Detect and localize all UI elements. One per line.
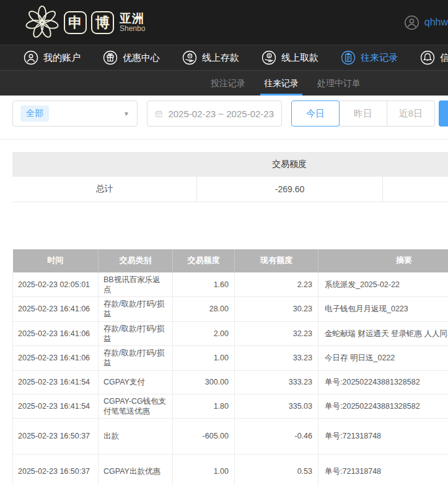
summary-table: 交易额度 总计 -269.60 (12, 152, 448, 202)
table-cell: 1.00 (173, 455, 235, 485)
table-cell: 2.00 (173, 321, 235, 346)
transactions-table: 时间 交易类别 交易额度 现有额度 摘要 2025-02-23 02:05:01… (12, 249, 448, 485)
yesterday-button[interactable]: 昨日 (339, 100, 387, 127)
summary-header-row: 交易额度 (12, 152, 448, 177)
table-cell: 32.23 (235, 321, 318, 346)
table-cell: 2025-02-23 16:41:06 (13, 321, 99, 346)
col-time: 时间 (13, 249, 99, 272)
table-cell: 1.00 (173, 346, 235, 371)
brand-logo[interactable]: 申 博 亚洲 Shenbo (25, 5, 145, 40)
bell-circle-icon (420, 50, 435, 65)
table-row: 2025-02-23 16:41:54CGPAY-CG钱包支付笔笔送优惠1.80… (13, 394, 448, 419)
withdraw-hand-icon: $ (261, 50, 276, 65)
table-cell: CGPAY支付 (99, 370, 173, 394)
date-range-value: 2025-02-23 ~ 2025-02-23 (168, 109, 274, 119)
table-cell: 电子钱包月月返现_0223 (318, 297, 448, 322)
nav-item-withdraw[interactable]: $ 线上取款 (261, 50, 318, 65)
table-cell: CGPAY-CG钱包支付笔笔送优惠 (99, 394, 173, 419)
table-cell: 2025-02-23 16:41:06 (13, 297, 99, 322)
table-cell: 金蛇献瑞 财运通天 登录钜惠 人人同享 (318, 321, 448, 346)
table-cell: 2025-02-23 16:50:37 (13, 419, 99, 455)
section-divider (0, 139, 448, 140)
filter-bar: 全部 ▼ 2025-02-23 ~ 2025-02-23 今日 昨日 近8日 (12, 100, 448, 127)
table-cell: -605.00 (173, 419, 235, 455)
nav-label: 线上取款 (281, 52, 318, 64)
table-cell: 2025-02-23 16:50:37 (13, 455, 99, 485)
table-cell: 系统派发_2025-02-22 (318, 272, 448, 297)
type-dropdown-selected: 全部 (20, 105, 49, 122)
summary-total-value: -269.60 (196, 177, 382, 202)
table-header-row: 时间 交易类别 交易额度 现有额度 摘要 (13, 249, 448, 272)
username: qhhw (424, 17, 448, 28)
nav-item-deposit[interactable]: 线上存款 (182, 50, 239, 65)
table-row: 2025-02-23 16:50:37出款-605.00-0.46单号:7213… (13, 419, 448, 455)
nav-label: 优惠中心 (123, 52, 160, 64)
table-cell: 单号:202502243881328582 (318, 370, 448, 394)
gift-circle-icon (103, 50, 118, 65)
col-balance: 现有额度 (235, 249, 318, 272)
type-dropdown[interactable]: 全部 ▼ (12, 100, 138, 127)
chevron-down-icon: ▼ (123, 110, 130, 117)
table-cell: 2025-02-23 16:41:54 (13, 394, 99, 419)
table-cell: 存款/取款/打码/损益 (99, 346, 173, 371)
table-row: 2025-02-23 16:41:06存款/取款/打码/损益28.0030.23… (13, 297, 448, 322)
calendar-icon (155, 109, 162, 119)
tab-pending-orders[interactable]: 处理中订单 (317, 71, 361, 96)
summary-amount-header: 交易额度 (196, 152, 382, 177)
table-cell: -0.46 (235, 419, 318, 455)
nav-item-records[interactable]: 往来记录 (341, 50, 398, 65)
last-8-days-button[interactable]: 近8日 (387, 100, 435, 127)
table-cell: 单号:721318748 (318, 455, 448, 485)
nav-label: 往来记录 (361, 52, 398, 64)
table-cell: 2025-02-23 02:05:01 (13, 272, 99, 297)
top-header: 申 博 亚洲 Shenbo qhhw (0, 0, 448, 45)
table-cell: 单号:721318748 (318, 419, 448, 455)
tab-transaction-records[interactable]: 往来记录 (264, 71, 299, 96)
logo-brand-text: Shenbo (120, 25, 145, 33)
date-range-input[interactable]: 2025-02-23 ~ 2025-02-23 (147, 100, 282, 127)
table-cell: 1.60 (173, 272, 235, 297)
transactions-body: 2025-02-23 02:05:01BB视讯百家乐返点1.602.23系统派发… (13, 272, 448, 485)
table-row: 2025-02-23 16:41:06存款/取款/打码/损益1.0033.23今… (13, 346, 448, 371)
table-cell: 30.23 (235, 297, 318, 322)
nav-label: 线上存款 (202, 52, 239, 64)
col-summary: 摘要 (318, 249, 448, 272)
table-row: 2025-02-23 02:05:01BB视讯百家乐返点1.602.23系统派发… (13, 272, 448, 297)
records-circle-icon (341, 50, 356, 65)
logo-char-bo: 博 (91, 11, 114, 34)
table-row: 2025-02-23 16:41:54CGPAY支付300.00333.23单号… (13, 370, 448, 394)
col-type: 交易类别 (99, 249, 173, 272)
table-cell: 33.23 (235, 346, 318, 371)
nav-item-promotions[interactable]: 优惠中心 (103, 50, 160, 65)
table-cell: CGPAY出款优惠 (99, 455, 173, 485)
table-cell: 存款/取款/打码/损益 (99, 297, 173, 322)
table-cell: 2025-02-23 16:41:54 (13, 370, 99, 394)
nav-label: 我的账户 (43, 52, 81, 64)
table-row: 2025-02-23 16:50:37CGPAY出款优惠1.000.53单号:7… (13, 455, 448, 485)
nav-item-messages[interactable]: 信息 (420, 50, 448, 65)
subtab-bar: 投注记录 往来记录 处理中订单 (0, 70, 448, 96)
table-cell: 2025-02-23 16:41:06 (13, 346, 99, 371)
table-cell: 333.23 (235, 370, 318, 394)
logo-char-shen: 申 (64, 11, 87, 34)
table-cell: 1.80 (173, 394, 235, 419)
summary-total-row: 总计 -269.60 (12, 177, 448, 202)
user-account[interactable]: qhhw (404, 15, 448, 30)
col-amount: 交易额度 (173, 249, 235, 272)
avatar-icon (404, 15, 419, 30)
table-cell: 28.00 (173, 297, 235, 322)
summary-total-label: 总计 (12, 177, 196, 202)
tab-betting-records[interactable]: 投注记录 (211, 71, 245, 96)
deposit-hand-icon (182, 50, 197, 65)
table-cell: 出款 (99, 419, 173, 455)
table-cell: 2.23 (235, 272, 318, 297)
nav-item-my-account[interactable]: 我的账户 (24, 50, 81, 65)
table-cell: BB视讯百家乐返点 (99, 272, 173, 297)
nav-label: 信息 (440, 52, 448, 64)
table-cell: 0.53 (235, 455, 318, 485)
query-button[interactable] (439, 100, 448, 127)
table-cell: 存款/取款/打码/损益 (99, 321, 173, 346)
today-button[interactable]: 今日 (291, 100, 340, 127)
table-cell: 今日存 明日送_0222 (318, 346, 448, 371)
main-nav: 我的账户 优惠中心 线上存款 $ 线上取款 (0, 45, 448, 70)
